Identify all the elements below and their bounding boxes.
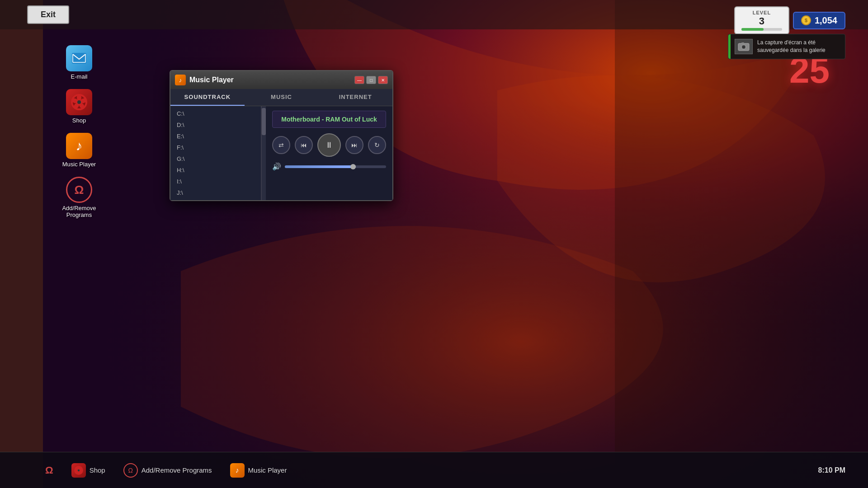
shop-icon-img: [66, 89, 92, 115]
maximize-button[interactable]: □: [366, 76, 376, 84]
camera-icon: [737, 42, 750, 52]
repeat-button[interactable]: ↻: [368, 136, 386, 154]
svg-rect-8: [741, 42, 744, 44]
window-controls: — □ ✕: [354, 76, 388, 84]
volume-fill: [285, 165, 356, 168]
email-icon-img: [66, 45, 92, 71]
window-title: Music Player: [189, 76, 234, 84]
desktop: Exit LEVEL 3 $ 1,054 La capture d'écran …: [0, 0, 868, 488]
volume-slider[interactable]: [285, 165, 386, 168]
notif-text: La capture d'écran a été sauvegardée dan…: [757, 39, 839, 54]
tab-soundtrack[interactable]: SOUNDTRACK: [170, 89, 245, 106]
level-label: LEVEL: [753, 10, 771, 15]
taskbar-item-musicplayer[interactable]: ♪ Music Player: [221, 460, 296, 480]
svg-rect-2: [0, 0, 868, 488]
volume-thumb[interactable]: [350, 164, 356, 169]
volume-icon: 🔊: [272, 162, 281, 171]
next-button[interactable]: ⏭: [345, 136, 363, 154]
scrollbar-thumb[interactable]: [262, 108, 266, 135]
svg-point-7: [742, 46, 745, 48]
taskbar-item-addremove[interactable]: Ω Add/Remove Programs: [114, 460, 221, 480]
addremove-omega-icon: Ω: [128, 467, 132, 474]
music-note-icon: ♪: [76, 138, 83, 154]
shop-taskbar-label: Shop: [90, 466, 105, 474]
omega-icon: Ω: [75, 183, 84, 197]
list-item[interactable]: H:\: [170, 164, 261, 176]
close-button[interactable]: ✕: [378, 76, 388, 84]
prev-button[interactable]: ⏮: [295, 136, 313, 154]
tab-internet[interactable]: INTERNET: [318, 89, 392, 106]
score-box: $ 1,054: [793, 12, 845, 29]
player-controls: ⇄ ⏮ ⏸ ⏭ ↻: [272, 133, 386, 157]
player-tabs: SOUNDTRACK MUSIC INTERNET: [170, 89, 392, 106]
list-item[interactable]: D:\: [170, 119, 261, 131]
notif-icon: [735, 39, 753, 54]
music-icon-label: Music Player: [62, 161, 96, 168]
list-item[interactable]: E:\: [170, 131, 261, 142]
list-item[interactable]: F:\: [170, 142, 261, 153]
svg-point-20: [77, 100, 81, 104]
taskbar-item-shop[interactable]: Shop: [62, 460, 114, 480]
addremove-icon-label: Add/RemovePrograms: [62, 205, 96, 218]
addremove-icon-img: Ω: [66, 177, 92, 203]
svg-rect-3: [0, 0, 43, 488]
omega-taskbar-icon: Ω: [45, 465, 53, 476]
volume-row: 🔊: [272, 162, 386, 171]
minimize-button[interactable]: —: [354, 76, 364, 84]
hud: LEVEL 3 $ 1,054: [734, 6, 845, 34]
window-titlebar: ♪ Music Player — □ ✕: [170, 71, 392, 89]
taskbar: Ω Shop Ω Add/Remove Programs ♪ Music: [0, 452, 868, 488]
now-playing-label: Motherboard - RAM Out of Luck: [272, 111, 386, 128]
level-box: LEVEL 3: [734, 6, 789, 34]
desktop-icon-musicplayer[interactable]: ♪ Music Player: [59, 133, 99, 168]
notif-green-bar: [728, 34, 731, 59]
file-list[interactable]: C:\ D:\ E:\ F:\ G:\ H:\ I:\ J:\: [170, 106, 261, 200]
desktop-icon-shop[interactable]: Shop: [59, 89, 99, 124]
musicplayer-taskbar-label: Music Player: [248, 466, 287, 474]
list-item[interactable]: G:\: [170, 153, 261, 164]
svg-rect-1: [0, 0, 868, 488]
titlebar-left: ♪ Music Player: [175, 75, 234, 85]
background-svg: [0, 0, 868, 488]
exit-button[interactable]: Exit: [27, 5, 69, 24]
shuffle-button[interactable]: ⇄: [272, 136, 290, 154]
list-item[interactable]: I:\: [170, 176, 261, 187]
desktop-icon-email[interactable]: E-mail: [59, 45, 99, 80]
titlebar-music-icon: ♪: [175, 75, 186, 85]
svg-rect-4: [615, 0, 868, 488]
titlebar-note-icon: ♪: [179, 77, 182, 84]
player-body: C:\ D:\ E:\ F:\ G:\ H:\ I:\ J:\ Motherbo…: [170, 106, 392, 200]
score-value: 1,054: [815, 15, 837, 26]
list-item[interactable]: C:\: [170, 108, 261, 119]
desktop-icon-addremove[interactable]: Ω Add/RemovePrograms: [59, 177, 99, 218]
shop-icon-label: Shop: [72, 117, 86, 124]
shop-taskbar-icon: [71, 463, 86, 478]
file-scrollbar[interactable]: [261, 106, 266, 200]
tab-music[interactable]: MUSIC: [245, 89, 319, 106]
music-player-window: ♪ Music Player — □ ✕ SOUNDTRACK MUSIC IN…: [170, 70, 393, 201]
svg-rect-0: [0, 0, 868, 488]
list-item[interactable]: J:\: [170, 187, 261, 198]
music-taskbar-icon: ♪: [230, 463, 245, 478]
pause-button[interactable]: ⏸: [317, 133, 341, 157]
level-progress-bar: [741, 28, 782, 31]
music-icon-img: ♪: [66, 133, 92, 159]
music-taskbar-note-icon: ♪: [236, 466, 239, 474]
shop-fan-icon: [70, 93, 88, 111]
level-number: 3: [759, 15, 764, 27]
desktop-icons-container: E-mail: [59, 45, 99, 218]
svg-point-22: [77, 469, 79, 471]
shop-taskbar-svg: [74, 465, 84, 475]
addremove-taskbar-icon: Ω: [123, 463, 138, 478]
addremove-taskbar-label: Add/Remove Programs: [142, 466, 212, 474]
level-progress-fill: [741, 28, 764, 31]
screenshot-notification: La capture d'écran a été sauvegardée dan…: [728, 34, 845, 59]
taskbar-item-omega[interactable]: Ω: [36, 462, 62, 479]
system-clock: 8:10 PM: [818, 466, 845, 474]
email-icon-label: E-mail: [71, 73, 88, 80]
email-envelope-icon: [72, 53, 86, 64]
player-right-panel: Motherboard - RAM Out of Luck ⇄ ⏮ ⏸ ⏭ ↻ …: [266, 106, 392, 200]
score-coin-icon: $: [801, 15, 811, 25]
